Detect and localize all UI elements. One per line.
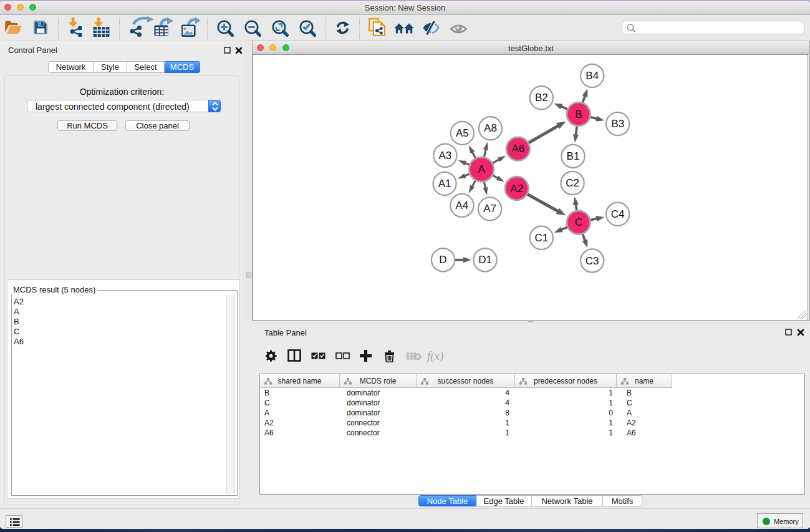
svg-text:C: C — [575, 216, 582, 228]
svg-text:A1: A1 — [438, 178, 451, 190]
svg-text:B1: B1 — [567, 150, 580, 162]
svg-text:A4: A4 — [456, 200, 469, 211]
svg-text:D1: D1 — [478, 254, 492, 266]
svg-text:A6: A6 — [511, 143, 524, 155]
svg-text:B3: B3 — [611, 118, 624, 130]
svg-text:D: D — [439, 254, 446, 266]
svg-text:A: A — [478, 163, 485, 175]
svg-text:A3: A3 — [439, 150, 452, 162]
svg-text:A8: A8 — [484, 122, 497, 134]
svg-text:C2: C2 — [566, 177, 579, 189]
svg-text:B2: B2 — [535, 92, 548, 104]
svg-text:C4: C4 — [611, 208, 625, 220]
svg-text:A7: A7 — [483, 203, 496, 215]
svg-text:A2: A2 — [510, 183, 523, 195]
svg-text:A5: A5 — [456, 127, 469, 139]
svg-text:B: B — [575, 109, 582, 120]
svg-text:B4: B4 — [586, 70, 599, 82]
svg-text:C1: C1 — [534, 232, 548, 244]
svg-text:C3: C3 — [586, 255, 599, 267]
